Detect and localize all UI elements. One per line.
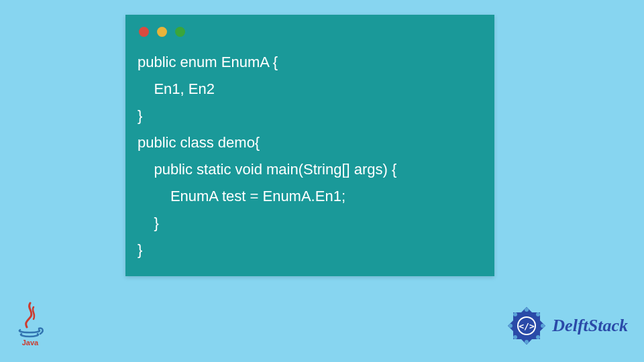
svg-point-10 [513, 312, 517, 316]
delftstack-text: DelftStack [552, 316, 628, 336]
code-block: public enum EnumA { En1, En2 } public cl… [125, 42, 494, 270]
svg-point-9 [508, 324, 513, 328]
svg-point-8 [513, 335, 517, 339]
code-line: public class demo{ [138, 134, 260, 151]
code-line: public enum EnumA { [138, 54, 278, 70]
svg-point-6 [536, 335, 540, 339]
code-line: } [138, 241, 142, 258]
svg-point-7 [525, 340, 529, 344]
code-line: EnumA test = EnumA.En1; [138, 188, 345, 204]
java-logo-icon: Java [15, 302, 46, 347]
code-line: } [138, 107, 142, 124]
delftstack-logo: </> DelftStack [505, 304, 628, 347]
svg-point-5 [541, 324, 545, 328]
code-line: En1, En2 [138, 80, 215, 97]
svg-point-3 [525, 308, 529, 312]
svg-text:</>: </> [519, 321, 535, 331]
minimize-dot-icon [157, 27, 167, 37]
code-line: } [138, 215, 159, 231]
close-dot-icon [139, 27, 149, 37]
delftstack-badge-icon: </> [505, 304, 548, 347]
svg-point-4 [536, 312, 540, 316]
code-window: public enum EnumA { En1, En2 } public cl… [125, 15, 494, 276]
code-line: public static void main(String[] args) { [138, 161, 396, 178]
java-logo-text: Java [22, 339, 39, 347]
maximize-dot-icon [175, 27, 185, 37]
window-controls [125, 15, 494, 42]
